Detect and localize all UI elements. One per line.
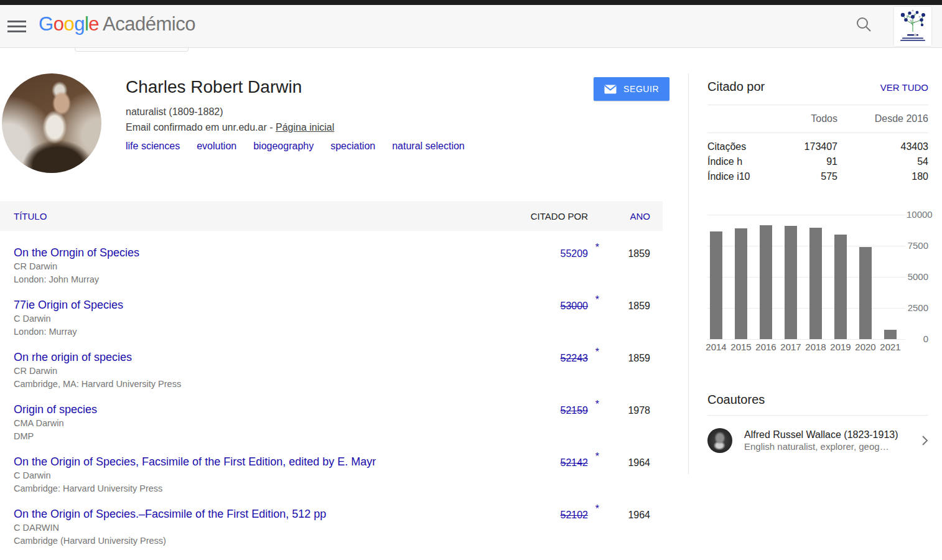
chart-year-label: 2021 — [878, 342, 903, 352]
publication-year: 1859 — [600, 299, 650, 347]
merged-asterisk[interactable]: * — [595, 242, 599, 253]
publication-title-link[interactable]: On the Origin of Species.–Facsimile of t… — [14, 508, 531, 521]
publication-venue: Cambridge (Harvard University Press) — [14, 534, 531, 547]
coauthors-panel: Coautores Alfred Russel Wallace (1823-19… — [707, 392, 928, 453]
cited-count-link[interactable]: 52243 — [561, 353, 589, 363]
metric-label: Citações — [707, 141, 794, 152]
chart-bar-2020[interactable] — [859, 247, 872, 339]
metric-row: Índice i10 575 180 — [707, 169, 928, 184]
publication-authors: C DARWIN — [14, 521, 531, 534]
publication-title-link[interactable]: Origin of species — [14, 403, 531, 416]
menu-button[interactable] — [6, 16, 29, 37]
publication-row: On the Orngin of Species CR Darwin Londo… — [0, 243, 663, 295]
chart-y-tick-label: 7500 — [907, 240, 928, 251]
chart-y-tick-label: 2500 — [907, 302, 928, 314]
chart-y-tick-label: 10000 — [907, 209, 928, 220]
interest-tag-link[interactable]: natural selection — [392, 141, 465, 152]
publication-authors: CR Darwin — [14, 365, 531, 377]
merged-asterisk[interactable]: * — [595, 294, 599, 306]
hamburger-icon — [7, 21, 26, 22]
browser-top-strip — [0, 0, 942, 5]
profile-photo[interactable] — [2, 73, 101, 173]
sort-by-title-link[interactable]: TÍTULO — [14, 211, 526, 222]
publication-title-link[interactable]: 77ie Origin of Species — [14, 299, 531, 312]
interest-tag-link[interactable]: life sciences — [126, 141, 180, 152]
interest-tag-link[interactable]: evolution — [197, 141, 236, 152]
coauthor-name: Alfred Russel Wallace (1823-1913) — [744, 429, 898, 441]
divider — [707, 415, 928, 416]
publication-venue: Cambridge: Harvard University Press — [14, 482, 531, 495]
cited-count-link[interactable]: 52159 — [561, 405, 589, 416]
coauthors-title: Coautores — [707, 392, 928, 407]
metric-row: Citações 173407 43403 — [707, 139, 928, 154]
interest-tag-link[interactable]: biogeography — [253, 141, 314, 152]
chart-bar-2019[interactable] — [834, 235, 847, 339]
publication-title-link[interactable]: On the Orngin of Species — [14, 246, 531, 259]
coauthor-item[interactable]: Alfred Russel Wallace (1823-1913) Englis… — [707, 428, 928, 453]
merged-asterisk[interactable]: * — [595, 503, 599, 515]
cited-count-link[interactable]: 55209 — [561, 248, 589, 259]
search-icon — [855, 16, 872, 33]
institution-logo[interactable] — [894, 7, 931, 46]
metric-value-since: 180 — [837, 171, 928, 182]
profile-email-line: Email confirmado em unr.edu.ar - Página … — [126, 121, 586, 134]
publication-authors: CR Darwin — [14, 260, 531, 273]
column-since-2016: Desde 2016 — [837, 113, 928, 124]
publication-row: 77ie Origin of Species C Darwin London: … — [0, 295, 663, 347]
publication-row: On rhe origin of species CR Darwin Cambr… — [0, 347, 663, 399]
publication-venue: Cambridge, MA: Harvard University Press — [14, 378, 531, 390]
follow-button[interactable]: SEGUIR — [594, 77, 669, 101]
chart-bar-2014[interactable] — [710, 231, 722, 339]
search-button[interactable] — [855, 16, 874, 34]
coauthor-description: English naturalist, explorer, geog… — [744, 441, 898, 452]
merged-asterisk[interactable]: * — [595, 399, 599, 410]
publication-year: 1859 — [600, 246, 650, 295]
cited-count-link[interactable]: 52102 — [561, 510, 589, 520]
search-box-remnant — [75, 48, 189, 52]
chart-bar-2016[interactable] — [760, 225, 772, 339]
publications-table-header: TÍTULO CITADO POR ANO — [0, 201, 663, 231]
cited-count-link[interactable]: 53000 — [561, 301, 589, 311]
interest-tag-link[interactable]: speciation — [330, 141, 375, 152]
sort-by-year-link[interactable]: ANO — [600, 211, 650, 222]
publication-year: 1964 — [600, 508, 650, 556]
metrics-table: Citações 173407 43403 Índice h 91 54 Índ… — [707, 133, 928, 184]
chart-bar-2017[interactable] — [785, 226, 797, 339]
chart-year-label: 2015 — [729, 342, 753, 352]
metric-value-all: 575 — [794, 171, 837, 182]
email-verified-text: Email confirmado em unr.edu.ar - — [126, 122, 276, 133]
metric-label: Índice h — [707, 156, 794, 167]
chart-year-label: 2014 — [704, 342, 729, 352]
cited-by-panel: Citado por VER TUDO Todos Desde 2016 Cit… — [707, 80, 928, 184]
chart-bar-2021[interactable] — [884, 330, 897, 339]
publications-list: On the Orngin of Species CR Darwin Londo… — [0, 243, 663, 556]
merged-asterisk[interactable]: * — [595, 347, 599, 358]
column-all: Todos — [794, 113, 837, 124]
publication-year: 1964 — [600, 455, 650, 504]
view-all-link[interactable]: VER TUDO — [880, 82, 928, 93]
publication-title-link[interactable]: On rhe origin of species — [14, 351, 531, 364]
google-logo-wordmark: Google — [39, 13, 99, 35]
chart-bar-2015[interactable] — [735, 228, 747, 339]
hamburger-icon — [7, 30, 26, 32]
chart-year-label: 2018 — [803, 342, 828, 352]
envelope-icon — [604, 85, 617, 94]
publication-authors: CMA Darwin — [14, 417, 531, 429]
publication-authors: C Darwin — [14, 312, 531, 325]
follow-button-label: SEGUIR — [623, 84, 659, 94]
chart-year-label: 2016 — [753, 342, 778, 352]
homepage-link[interactable]: Página inicial — [276, 122, 334, 133]
merged-asterisk[interactable]: * — [595, 451, 599, 462]
publication-title-link[interactable]: On the Origin of Species, Facsimile of t… — [14, 455, 531, 469]
publication-venue: London: Murray — [14, 325, 531, 338]
profile-description: naturalist (1809-1882) — [126, 106, 586, 118]
publication-row: On the Origin of Species, Facsimile of t… — [0, 452, 663, 504]
cited-count-link[interactable]: 52142 — [561, 457, 589, 468]
chart-gridline — [707, 215, 905, 215]
product-name: Académico — [103, 13, 195, 35]
cited-by-title: Citado por — [707, 80, 765, 94]
metric-label: Índice i10 — [707, 171, 794, 182]
chart-bar-2018[interactable] — [809, 228, 822, 339]
institution-emblem-icon — [894, 7, 931, 46]
app-logo[interactable]: GoogleAcadémico — [39, 13, 195, 35]
